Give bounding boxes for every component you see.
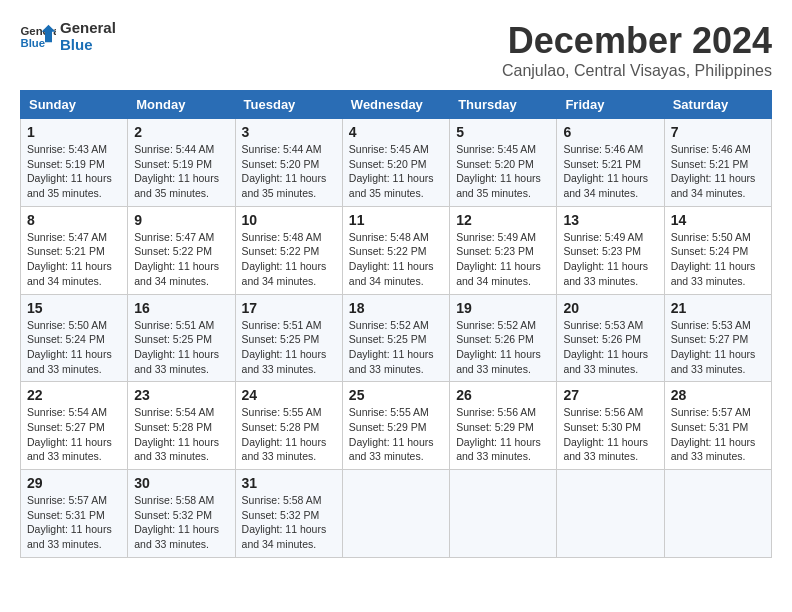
header-row: Sunday Monday Tuesday Wednesday Thursday… — [21, 91, 772, 119]
col-saturday: Saturday — [664, 91, 771, 119]
day-number: 1 — [27, 124, 121, 140]
calendar-cell: 9Sunrise: 5:47 AM Sunset: 5:22 PM Daylig… — [128, 206, 235, 294]
day-number: 3 — [242, 124, 336, 140]
calendar-cell: 5Sunrise: 5:45 AM Sunset: 5:20 PM Daylig… — [450, 119, 557, 207]
day-info: Sunrise: 5:47 AM Sunset: 5:21 PM Dayligh… — [27, 230, 121, 289]
calendar-cell: 12Sunrise: 5:49 AM Sunset: 5:23 PM Dayli… — [450, 206, 557, 294]
day-number: 5 — [456, 124, 550, 140]
day-number: 14 — [671, 212, 765, 228]
day-number: 9 — [134, 212, 228, 228]
day-info: Sunrise: 5:58 AM Sunset: 5:32 PM Dayligh… — [134, 493, 228, 552]
col-thursday: Thursday — [450, 91, 557, 119]
day-info: Sunrise: 5:51 AM Sunset: 5:25 PM Dayligh… — [134, 318, 228, 377]
day-number: 7 — [671, 124, 765, 140]
logo: General Blue General Blue — [20, 20, 116, 53]
col-friday: Friday — [557, 91, 664, 119]
calendar-cell: 15Sunrise: 5:50 AM Sunset: 5:24 PM Dayli… — [21, 294, 128, 382]
calendar-cell: 11Sunrise: 5:48 AM Sunset: 5:22 PM Dayli… — [342, 206, 449, 294]
day-info: Sunrise: 5:56 AM Sunset: 5:29 PM Dayligh… — [456, 405, 550, 464]
day-info: Sunrise: 5:44 AM Sunset: 5:19 PM Dayligh… — [134, 142, 228, 201]
calendar-cell: 26Sunrise: 5:56 AM Sunset: 5:29 PM Dayli… — [450, 382, 557, 470]
calendar-cell: 20Sunrise: 5:53 AM Sunset: 5:26 PM Dayli… — [557, 294, 664, 382]
calendar-cell: 24Sunrise: 5:55 AM Sunset: 5:28 PM Dayli… — [235, 382, 342, 470]
day-info: Sunrise: 5:49 AM Sunset: 5:23 PM Dayligh… — [563, 230, 657, 289]
day-number: 29 — [27, 475, 121, 491]
day-info: Sunrise: 5:51 AM Sunset: 5:25 PM Dayligh… — [242, 318, 336, 377]
calendar-cell: 31Sunrise: 5:58 AM Sunset: 5:32 PM Dayli… — [235, 470, 342, 558]
logo-icon: General Blue — [20, 23, 56, 51]
day-info: Sunrise: 5:57 AM Sunset: 5:31 PM Dayligh… — [27, 493, 121, 552]
calendar-row: 8Sunrise: 5:47 AM Sunset: 5:21 PM Daylig… — [21, 206, 772, 294]
logo-text-line1: General — [60, 20, 116, 37]
day-info: Sunrise: 5:47 AM Sunset: 5:22 PM Dayligh… — [134, 230, 228, 289]
calendar-cell: 6Sunrise: 5:46 AM Sunset: 5:21 PM Daylig… — [557, 119, 664, 207]
calendar-cell: 30Sunrise: 5:58 AM Sunset: 5:32 PM Dayli… — [128, 470, 235, 558]
calendar-cell: 7Sunrise: 5:46 AM Sunset: 5:21 PM Daylig… — [664, 119, 771, 207]
day-info: Sunrise: 5:48 AM Sunset: 5:22 PM Dayligh… — [349, 230, 443, 289]
calendar-cell: 22Sunrise: 5:54 AM Sunset: 5:27 PM Dayli… — [21, 382, 128, 470]
day-number: 22 — [27, 387, 121, 403]
day-number: 15 — [27, 300, 121, 316]
calendar-cell: 23Sunrise: 5:54 AM Sunset: 5:28 PM Dayli… — [128, 382, 235, 470]
day-number: 10 — [242, 212, 336, 228]
header: General Blue General Blue December 2024 … — [20, 20, 772, 80]
calendar-cell: 2Sunrise: 5:44 AM Sunset: 5:19 PM Daylig… — [128, 119, 235, 207]
day-number: 11 — [349, 212, 443, 228]
day-info: Sunrise: 5:53 AM Sunset: 5:27 PM Dayligh… — [671, 318, 765, 377]
day-info: Sunrise: 5:56 AM Sunset: 5:30 PM Dayligh… — [563, 405, 657, 464]
day-number: 17 — [242, 300, 336, 316]
day-info: Sunrise: 5:48 AM Sunset: 5:22 PM Dayligh… — [242, 230, 336, 289]
calendar-cell: 14Sunrise: 5:50 AM Sunset: 5:24 PM Dayli… — [664, 206, 771, 294]
calendar-cell: 17Sunrise: 5:51 AM Sunset: 5:25 PM Dayli… — [235, 294, 342, 382]
day-info: Sunrise: 5:53 AM Sunset: 5:26 PM Dayligh… — [563, 318, 657, 377]
col-tuesday: Tuesday — [235, 91, 342, 119]
calendar-cell: 3Sunrise: 5:44 AM Sunset: 5:20 PM Daylig… — [235, 119, 342, 207]
calendar-cell: 10Sunrise: 5:48 AM Sunset: 5:22 PM Dayli… — [235, 206, 342, 294]
calendar-cell — [557, 470, 664, 558]
calendar-cell: 25Sunrise: 5:55 AM Sunset: 5:29 PM Dayli… — [342, 382, 449, 470]
day-number: 30 — [134, 475, 228, 491]
day-info: Sunrise: 5:50 AM Sunset: 5:24 PM Dayligh… — [671, 230, 765, 289]
day-number: 6 — [563, 124, 657, 140]
col-monday: Monday — [128, 91, 235, 119]
day-info: Sunrise: 5:49 AM Sunset: 5:23 PM Dayligh… — [456, 230, 550, 289]
calendar-cell: 19Sunrise: 5:52 AM Sunset: 5:26 PM Dayli… — [450, 294, 557, 382]
day-number: 25 — [349, 387, 443, 403]
calendar-cell: 8Sunrise: 5:47 AM Sunset: 5:21 PM Daylig… — [21, 206, 128, 294]
calendar-table: Sunday Monday Tuesday Wednesday Thursday… — [20, 90, 772, 558]
title-area: December 2024 Canjulao, Central Visayas,… — [502, 20, 772, 80]
svg-text:Blue: Blue — [21, 36, 46, 48]
col-sunday: Sunday — [21, 91, 128, 119]
col-wednesday: Wednesday — [342, 91, 449, 119]
day-number: 19 — [456, 300, 550, 316]
day-number: 18 — [349, 300, 443, 316]
location-title: Canjulao, Central Visayas, Philippines — [502, 62, 772, 80]
day-number: 2 — [134, 124, 228, 140]
calendar-cell — [342, 470, 449, 558]
logo-text-line2: Blue — [60, 37, 116, 54]
day-info: Sunrise: 5:44 AM Sunset: 5:20 PM Dayligh… — [242, 142, 336, 201]
day-number: 13 — [563, 212, 657, 228]
calendar-row: 1Sunrise: 5:43 AM Sunset: 5:19 PM Daylig… — [21, 119, 772, 207]
day-number: 12 — [456, 212, 550, 228]
day-info: Sunrise: 5:46 AM Sunset: 5:21 PM Dayligh… — [671, 142, 765, 201]
day-number: 27 — [563, 387, 657, 403]
calendar-cell: 4Sunrise: 5:45 AM Sunset: 5:20 PM Daylig… — [342, 119, 449, 207]
calendar-cell: 28Sunrise: 5:57 AM Sunset: 5:31 PM Dayli… — [664, 382, 771, 470]
day-number: 31 — [242, 475, 336, 491]
calendar-cell: 27Sunrise: 5:56 AM Sunset: 5:30 PM Dayli… — [557, 382, 664, 470]
day-number: 20 — [563, 300, 657, 316]
day-info: Sunrise: 5:55 AM Sunset: 5:28 PM Dayligh… — [242, 405, 336, 464]
calendar-cell: 16Sunrise: 5:51 AM Sunset: 5:25 PM Dayli… — [128, 294, 235, 382]
calendar-cell — [664, 470, 771, 558]
day-number: 8 — [27, 212, 121, 228]
day-info: Sunrise: 5:50 AM Sunset: 5:24 PM Dayligh… — [27, 318, 121, 377]
calendar-cell: 21Sunrise: 5:53 AM Sunset: 5:27 PM Dayli… — [664, 294, 771, 382]
month-title: December 2024 — [502, 20, 772, 62]
day-info: Sunrise: 5:52 AM Sunset: 5:25 PM Dayligh… — [349, 318, 443, 377]
calendar-cell: 18Sunrise: 5:52 AM Sunset: 5:25 PM Dayli… — [342, 294, 449, 382]
calendar-cell — [450, 470, 557, 558]
day-info: Sunrise: 5:45 AM Sunset: 5:20 PM Dayligh… — [349, 142, 443, 201]
day-info: Sunrise: 5:57 AM Sunset: 5:31 PM Dayligh… — [671, 405, 765, 464]
day-info: Sunrise: 5:55 AM Sunset: 5:29 PM Dayligh… — [349, 405, 443, 464]
